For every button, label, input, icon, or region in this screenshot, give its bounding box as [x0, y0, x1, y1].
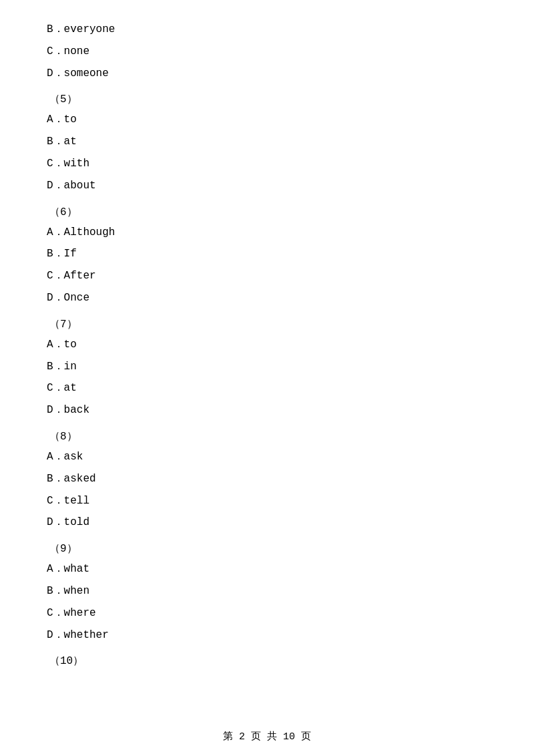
- q6-option-d: D．Once: [47, 289, 487, 308]
- q5-option-b: B．at: [47, 132, 487, 152]
- question-9-num: （9）: [47, 542, 487, 556]
- page-footer: 第 2 页 共 10 页: [0, 730, 534, 743]
- q9-option-a: A．what: [47, 560, 487, 579]
- q5-option-c: C．with: [47, 154, 487, 174]
- options-group-top: B．everyone C．none D．someone: [47, 20, 487, 83]
- option-c-none: C．none: [47, 42, 487, 61]
- q7-option-c: C．at: [47, 379, 487, 398]
- q5-option-d: D．about: [47, 176, 487, 196]
- q8-option-d: D．told: [47, 513, 487, 532]
- q8-option-c: C．tell: [47, 492, 487, 511]
- question-5-num: （5）: [47, 92, 487, 106]
- q7-option-d: D．back: [47, 401, 487, 420]
- question-7-num: （7）: [47, 317, 487, 331]
- options-group-9: A．what B．when C．where D．whether: [47, 560, 487, 644]
- q8-option-a: A．ask: [47, 447, 487, 467]
- q7-option-b: B．in: [47, 357, 487, 377]
- q6-option-c: C．After: [47, 266, 487, 286]
- q5-option-a: A．to: [47, 110, 487, 130]
- q9-option-b: B．when: [47, 582, 487, 601]
- options-group-6: A．Although B．If C．After D．Once: [47, 223, 487, 308]
- q7-option-a: A．to: [47, 335, 487, 355]
- main-content: B．everyone C．none D．someone （5） A．to B．a…: [0, 0, 534, 712]
- option-b-everyone: B．everyone: [47, 20, 487, 39]
- q6-option-a: A．Although: [47, 223, 487, 242]
- q8-option-b: B．asked: [47, 469, 487, 489]
- q9-option-d: D．whether: [47, 626, 487, 645]
- question-8-num: （8）: [47, 429, 487, 443]
- question-10-num: （10）: [47, 654, 487, 668]
- q9-option-c: C．where: [47, 604, 487, 623]
- question-6-num: （6）: [47, 205, 487, 219]
- options-group-8: A．ask B．asked C．tell D．told: [47, 447, 487, 532]
- q6-option-b: B．If: [47, 244, 487, 264]
- options-group-7: A．to B．in C．at D．back: [47, 335, 487, 420]
- options-group-5: A．to B．at C．with D．about: [47, 110, 487, 195]
- option-d-someone: D．someone: [47, 64, 487, 83]
